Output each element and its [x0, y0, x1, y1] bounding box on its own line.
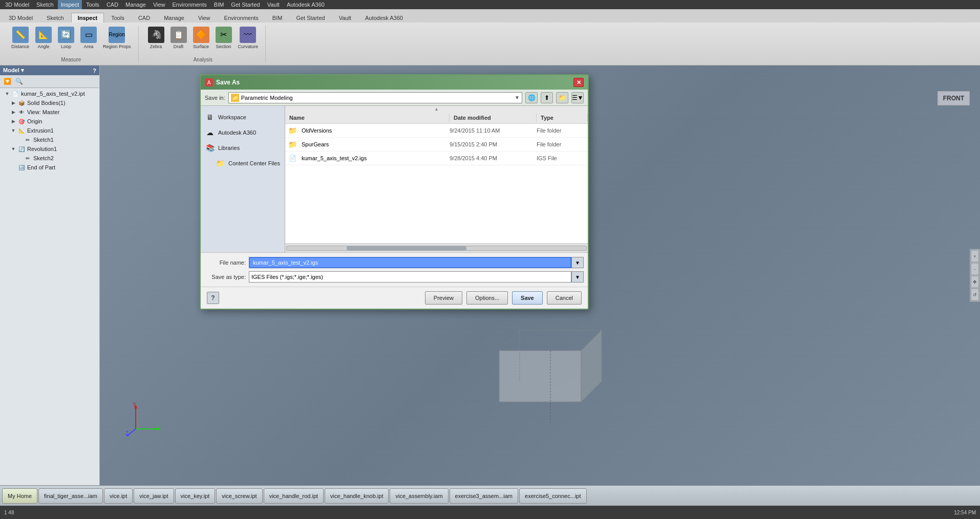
section-btn[interactable]: ✂ Section	[214, 26, 234, 50]
preview-button[interactable]: Preview	[425, 291, 462, 305]
tab-cad[interactable]: CAD	[132, 13, 157, 23]
taskbar-vice-jaw[interactable]: vice_jaw.ipt	[134, 488, 174, 504]
tree-item-origin[interactable]: ▶ 🎯 Origin	[0, 117, 99, 126]
cancel-button[interactable]: Cancel	[547, 291, 582, 305]
tree-item-view-master[interactable]: ▶ 👁 View: Master	[0, 107, 99, 117]
nav-back-btn[interactable]: 🌐	[525, 92, 538, 103]
tab-view[interactable]: View	[191, 13, 217, 23]
nav-autodesk-a360[interactable]: ☁ Autodesk A360	[201, 125, 285, 140]
taskbar-exercise5[interactable]: exercise5_connec...ipt	[519, 488, 586, 504]
menu-get-started[interactable]: Get Started	[228, 0, 263, 9]
menu-inspect[interactable]: Inspect	[58, 0, 82, 9]
filter-btn[interactable]: 🔽	[2, 76, 12, 86]
save-in-dropdown-arrow[interactable]: ▼	[515, 95, 520, 100]
tab-tools[interactable]: Tools	[104, 13, 131, 23]
menu-bim[interactable]: BIM	[211, 0, 227, 9]
3d-shape	[458, 320, 622, 424]
menu-sketch[interactable]: Sketch	[33, 0, 57, 9]
file-name-dropdown[interactable]: ▼	[571, 257, 584, 268]
h-scrollbar-thumb[interactable]	[347, 246, 466, 250]
vp-pan-btn[interactable]: ✥	[971, 276, 979, 288]
taskbar-vice-handle-rod[interactable]: vice_handle_rod.ipt	[264, 488, 324, 504]
search-btn[interactable]: 🔍	[14, 76, 24, 86]
menu-3d-model[interactable]: 3D Model	[2, 0, 32, 9]
surface-btn[interactable]: 🔶 Surface	[191, 26, 211, 50]
expand-revolution1[interactable]: ▼	[10, 146, 16, 152]
dialog-titlebar: A Save As ✕	[201, 75, 588, 90]
tab-manage[interactable]: Manage	[157, 13, 191, 23]
menu-tools[interactable]: Tools	[83, 0, 102, 9]
zebra-btn[interactable]: 🦓 Zebra	[146, 26, 166, 50]
expand-file[interactable]: ▼	[4, 91, 10, 97]
file-list-scrollbar[interactable]	[285, 243, 588, 252]
vp-rotate-btn[interactable]: ↺	[971, 289, 979, 301]
taskbar-vice[interactable]: vice.ipt	[104, 488, 133, 504]
new-folder-btn[interactable]: 📁	[556, 92, 568, 103]
curvature-btn[interactable]: 〰 Curvature	[236, 26, 261, 50]
taskbar-exercise3[interactable]: exercise3_assem...iam	[450, 488, 519, 504]
nav-content-center[interactable]: 📁 Content Center Files	[201, 156, 285, 170]
tree-view: ▼ 📄 kumar_5_axis_test_v2.ipt ▶ 📦 Solid B…	[0, 88, 99, 485]
dialog-close-button[interactable]: ✕	[573, 78, 584, 87]
col-header-date[interactable]: Date modified	[450, 114, 537, 122]
region-properties-btn[interactable]: Region Region Props	[101, 26, 133, 50]
save-button[interactable]: Save	[512, 291, 543, 305]
view-menu-btn[interactable]: ☰▼	[571, 92, 584, 103]
tree-item-extrusion1[interactable]: ▼ 📐 Extrusion1	[0, 126, 99, 135]
tab-environments[interactable]: Environments	[218, 13, 265, 23]
loop-btn[interactable]: 🔄 Loop	[56, 26, 76, 50]
menu-environments[interactable]: Environments	[169, 0, 210, 9]
tree-item-end-of-part[interactable]: ▶ 🔚 End of Part	[0, 163, 99, 172]
menu-vault[interactable]: Vault	[264, 0, 283, 9]
tab-vault[interactable]: Vault	[332, 13, 358, 23]
tab-3d-model[interactable]: 3D Model	[2, 13, 39, 23]
tab-bim[interactable]: BIM	[266, 13, 289, 23]
save-as-type-input[interactable]: IGES Files (*.igs;*.ige;*.iges)	[249, 271, 571, 283]
file-item-old-versions[interactable]: 📁 OldVersions 9/24/2015 11:10 AM File fo…	[285, 124, 588, 138]
file-item-spur-gears[interactable]: 📁 SpurGears 9/15/2015 2:40 PM File folde…	[285, 138, 588, 152]
left-panel-help-btn[interactable]: ?	[93, 68, 96, 74]
tab-sketch[interactable]: Sketch	[40, 13, 71, 23]
expand-extrusion[interactable]: ▼	[10, 127, 16, 134]
nav-workspace[interactable]: 🖥 Workspace	[201, 110, 285, 124]
tab-autodesk-a360[interactable]: Autodesk A360	[358, 13, 410, 23]
area-btn[interactable]: ▭ Area	[78, 26, 99, 50]
file-name-input[interactable]: kumar_5_axis_test_v2.igs	[249, 257, 571, 268]
tree-item-solid-bodies[interactable]: ▶ 📦 Solid Bodies(1)	[0, 98, 99, 107]
draft-btn[interactable]: 📋 Draft	[168, 26, 189, 50]
tree-item-revolution1[interactable]: ▼ 🔄 Revolution1	[0, 144, 99, 154]
taskbar-vice-assembly[interactable]: vice_assembly.iam	[390, 488, 448, 504]
options-button[interactable]: Options...	[466, 291, 508, 305]
nav-up-btn[interactable]: ⬆	[541, 92, 553, 103]
tree-item-file[interactable]: ▼ 📄 kumar_5_axis_test_v2.ipt	[0, 89, 99, 98]
tree-item-sketch2[interactable]: ▶ ✏ Sketch2	[0, 154, 99, 163]
menu-autodesk-a360[interactable]: Autodesk A360	[284, 0, 328, 9]
save-in-combo[interactable]: 📁 Parametric Modeling ▼	[228, 92, 522, 103]
menu-view[interactable]: View	[150, 0, 168, 9]
tree-item-sketch1[interactable]: ▶ ✏ Sketch1	[0, 135, 99, 144]
taskbar-final-tiger[interactable]: final_tiger_asse...iam	[38, 488, 103, 504]
taskbar-my-home[interactable]: My Home	[2, 488, 37, 504]
expand-origin[interactable]: ▶	[10, 118, 16, 124]
vp-zoom-in-btn[interactable]: +	[971, 250, 979, 263]
taskbar-vice-screw[interactable]: vice_screw.ipt	[216, 488, 262, 504]
h-scrollbar-track[interactable]	[286, 246, 587, 251]
expand-solid[interactable]: ▶	[10, 100, 16, 106]
dialog-help-button[interactable]: ?	[207, 292, 219, 304]
save-as-type-dropdown[interactable]: ▼	[571, 271, 584, 283]
tab-get-started[interactable]: Get Started	[289, 13, 331, 23]
angle-btn[interactable]: 📐 Angle	[33, 26, 54, 50]
vp-zoom-out-btn[interactable]: -	[971, 263, 979, 275]
file-date-old: 9/24/2015 11:10 AM	[450, 127, 537, 134]
menu-manage[interactable]: Manage	[122, 0, 149, 9]
distance-btn[interactable]: 📏 Distance	[9, 26, 31, 50]
taskbar-vice-handle-knob[interactable]: vice_handle_knob.ipt	[325, 488, 389, 504]
col-header-name[interactable]: Name	[285, 114, 450, 122]
col-header-type[interactable]: Type	[537, 114, 588, 122]
file-item-kumar-igs[interactable]: 📄 kumar_5_axis_test_v2.igs 9/28/2015 4:4…	[285, 152, 588, 165]
nav-libraries[interactable]: 📚 Libraries	[201, 141, 285, 155]
expand-view[interactable]: ▶	[10, 109, 16, 115]
tab-inspect[interactable]: Inspect	[71, 13, 104, 23]
menu-cad[interactable]: CAD	[103, 0, 121, 9]
taskbar-vice-key[interactable]: vice_key.ipt	[175, 488, 216, 504]
